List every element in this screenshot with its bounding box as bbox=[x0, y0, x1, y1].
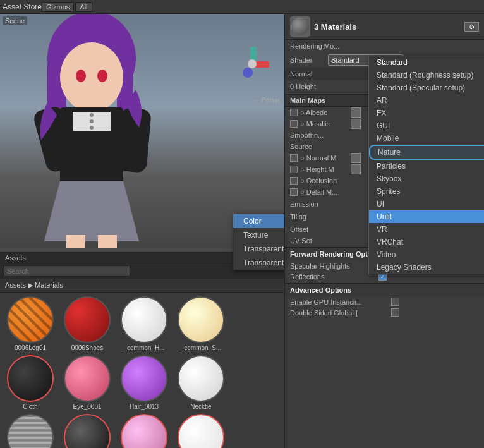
asset-thumbnail bbox=[178, 414, 224, 448]
metallic-label: ○ Metallic bbox=[300, 120, 351, 128]
asset-thumbnail bbox=[64, 296, 111, 343]
list-item[interactable]: 0006Shoes bbox=[59, 295, 115, 353]
gizmos-button[interactable]: Gizmos bbox=[42, 2, 74, 12]
shader-list-item[interactable]: FX bbox=[369, 107, 484, 119]
character-display bbox=[13, 14, 171, 248]
context-menu-item[interactable]: Transparent bbox=[233, 242, 284, 256]
height-label: 0 Height bbox=[290, 83, 360, 90]
asset-thumbnail bbox=[7, 296, 54, 343]
list-item[interactable]: _common_S... bbox=[173, 295, 229, 353]
gpu-instancing-checkbox[interactable] bbox=[391, 298, 399, 306]
persp-label: ← Persp bbox=[252, 96, 279, 104]
advanced-section: Advanced Options bbox=[285, 283, 484, 296]
context-menu-item[interactable]: Transparent Cutout bbox=[233, 256, 284, 270]
asset-label: _common_H... bbox=[123, 344, 164, 351]
shader-list-item[interactable]: Unlit bbox=[369, 210, 484, 223]
assets-title: Assets bbox=[5, 254, 26, 262]
source-label: Source bbox=[290, 143, 341, 150]
height-map-thumb bbox=[351, 164, 361, 174]
scene-view: Scene ← Persp bbox=[0, 14, 284, 448]
occlusion-label: ○ Occlusion bbox=[300, 177, 351, 185]
asset-thumbnail bbox=[7, 414, 54, 448]
height-map-check[interactable] bbox=[290, 166, 298, 173]
context-menu-item[interactable]: Texture bbox=[233, 228, 284, 242]
material-preview bbox=[290, 16, 310, 37]
detail-check[interactable] bbox=[290, 188, 298, 196]
inspector-header: 3 Materials ⚙ bbox=[285, 14, 484, 40]
normal-map-label: ○ Normal M bbox=[300, 154, 351, 162]
shader-list-item[interactable]: Sprites bbox=[369, 185, 484, 198]
shader-list-item[interactable]: VR bbox=[369, 223, 484, 236]
gpu-instancing-label: Enable GPU Instancii... bbox=[290, 298, 391, 306]
reflections-label: Reflections bbox=[290, 273, 378, 281]
search-input[interactable] bbox=[4, 265, 130, 277]
list-item[interactable]: まつげ bbox=[59, 413, 115, 448]
list-item[interactable]: Cloth bbox=[3, 354, 58, 411]
specular-highlights-label: Specular Highlights bbox=[290, 262, 378, 270]
list-item[interactable]: Eye_0001 bbox=[59, 354, 115, 411]
asset-label: 0006Leg01 bbox=[15, 344, 46, 351]
list-item[interactable]: Necktie bbox=[173, 354, 229, 411]
occlusion-check[interactable] bbox=[290, 177, 298, 185]
asset-thumbnail bbox=[64, 355, 111, 402]
normal-map-check[interactable] bbox=[290, 154, 298, 162]
shader-list-item[interactable]: Video bbox=[369, 248, 484, 261]
smoothness-label: Smoothn... bbox=[290, 131, 341, 139]
albedo-check[interactable] bbox=[290, 109, 298, 116]
shader-list-item[interactable]: Legacy Shaders bbox=[369, 261, 484, 274]
svg-point-9 bbox=[90, 119, 94, 123]
list-item[interactable]: _common_H... bbox=[116, 295, 172, 353]
metallic-check[interactable] bbox=[290, 120, 298, 128]
list-item[interactable]: Hair_0013 bbox=[116, 354, 172, 411]
rendering-mode-label: Rendering Mo... bbox=[290, 42, 360, 50]
detail-label: ○ Detail M... bbox=[300, 188, 351, 196]
shader-list-item[interactable]: VRChat bbox=[369, 236, 484, 248]
all-button[interactable]: All bbox=[75, 2, 92, 12]
offset-label: Offset bbox=[290, 226, 360, 233]
asset-label: _common_S... bbox=[181, 344, 221, 351]
double-sided-label: Double Sided Global [ bbox=[290, 309, 391, 317]
height-map-label: ○ Height M bbox=[300, 166, 351, 173]
assets-grid: 0006Leg010006Shoes_common_H..._common_S.… bbox=[0, 293, 284, 448]
uv-set-label: UV Set bbox=[290, 237, 341, 245]
list-item[interactable]: 目奥 bbox=[173, 413, 229, 448]
asset-thumbnail bbox=[7, 355, 54, 402]
shader-list-item[interactable]: Nature bbox=[369, 145, 484, 160]
list-item[interactable]: Skirt1 bbox=[3, 413, 58, 448]
svg-rect-14 bbox=[98, 235, 117, 248]
list-item[interactable]: 口中 bbox=[116, 413, 172, 448]
normal-label: Normal bbox=[290, 70, 360, 78]
assets-panel: Assets Assets ▶ Materials 0006Leg010006S… bbox=[0, 252, 284, 448]
shader-list-item[interactable]: Particles bbox=[369, 160, 484, 173]
svg-rect-13 bbox=[66, 235, 85, 248]
context-menu: ColorTextureTransparentTransparent Cutou… bbox=[233, 214, 284, 270]
asset-thumbnail bbox=[178, 296, 224, 343]
shader-label: Shader bbox=[290, 56, 328, 64]
tiling-label: Tiling bbox=[290, 213, 360, 221]
asset-thumbnail bbox=[121, 414, 167, 448]
inspector-options-button[interactable]: ⚙ bbox=[464, 22, 479, 32]
asset-label: 0006Shoes bbox=[71, 344, 104, 351]
shader-list: StandardStandard (Roughness setup)Standa… bbox=[368, 56, 484, 274]
gpu-instancing-row: Enable GPU Instancii... bbox=[285, 296, 484, 307]
shader-list-item[interactable]: AR bbox=[369, 94, 484, 107]
shader-list-item[interactable]: Standard bbox=[369, 56, 484, 69]
asset-thumbnail bbox=[121, 296, 167, 343]
shader-list-item[interactable]: Mobile bbox=[369, 132, 484, 145]
context-menu-item[interactable]: Color bbox=[233, 214, 284, 228]
shader-list-item[interactable]: Standard (Roughness setup) bbox=[369, 69, 484, 82]
svg-point-10 bbox=[90, 126, 94, 130]
inspector-title: 3 Materials bbox=[314, 22, 356, 32]
normal-map-thumb bbox=[351, 153, 361, 163]
shader-list-item[interactable]: Standard (Specular setup) bbox=[369, 82, 484, 94]
asset-label: Eye_0001 bbox=[73, 403, 101, 410]
asset-label: Necktie bbox=[190, 403, 211, 410]
double-sided-checkbox[interactable] bbox=[391, 308, 399, 317]
list-item[interactable]: 0006Leg01 bbox=[3, 295, 58, 353]
asset-thumbnail bbox=[121, 355, 167, 402]
shader-list-item[interactable]: GUI bbox=[369, 119, 484, 132]
albedo-thumb bbox=[351, 107, 361, 118]
rendering-mode-row: Rendering Mo... bbox=[285, 40, 484, 52]
shader-list-item[interactable]: UI bbox=[369, 198, 484, 210]
shader-list-item[interactable]: Skybox bbox=[369, 173, 484, 185]
